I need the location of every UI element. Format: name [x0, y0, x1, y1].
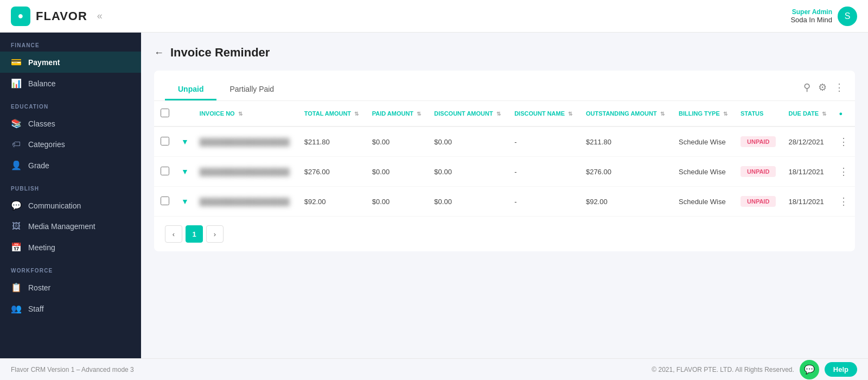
- table-body: ▼██████████████████$211.80$0.00$0.00-$21…: [154, 126, 855, 217]
- expand-button[interactable]: ▼: [181, 167, 189, 176]
- discount-name-cell: -: [509, 126, 580, 157]
- col-outstanding-amount[interactable]: OUTSTANDING AMOUNT ⇅: [580, 101, 673, 126]
- communication-icon: 💬: [11, 200, 22, 211]
- search-icon[interactable]: ⚲: [803, 81, 810, 93]
- row-checkbox-cell: [154, 187, 176, 217]
- tab-unpaid[interactable]: Unpaid: [165, 79, 216, 100]
- paid-amount-cell: $0.00: [367, 157, 429, 187]
- row-menu-button[interactable]: ⋮: [839, 136, 848, 147]
- expand-button[interactable]: ▼: [181, 197, 189, 206]
- invoice-no-cell: ██████████████████: [194, 126, 299, 157]
- sidebar-item-categories[interactable]: 🏷Categories: [0, 134, 141, 155]
- sidebar-item-label-balance: Balance: [28, 79, 56, 88]
- row-checkbox-cell: [154, 126, 176, 157]
- col-discount-name[interactable]: DISCOUNT NAME ⇅: [509, 101, 580, 126]
- logo-text: FLAVOR: [36, 9, 87, 23]
- discount-name-cell: -: [509, 187, 580, 217]
- payment-icon: 💳: [11, 57, 22, 67]
- paid-amount-cell: $0.00: [367, 187, 429, 217]
- row-checkbox[interactable]: [161, 197, 169, 205]
- tabs-actions: ⚲ ⚙ ⋮: [803, 81, 844, 99]
- sidebar-item-label-roster: Roster: [28, 283, 50, 292]
- sidebar-item-communication[interactable]: 💬Communication: [0, 195, 141, 216]
- col-invoice-no[interactable]: INVOICE NO ⇅: [194, 101, 299, 126]
- due-date-cell: 18/11/2021: [783, 187, 834, 217]
- back-button[interactable]: ←: [154, 47, 164, 59]
- status-badge: UNPAID: [741, 136, 776, 147]
- next-page-button[interactable]: ›: [206, 225, 224, 243]
- sort-icon: ⇅: [496, 111, 501, 117]
- sidebar-item-payment[interactable]: 💳Payment: [0, 52, 141, 73]
- discount-amount-cell: $0.00: [429, 157, 509, 187]
- select-all-checkbox[interactable]: [161, 109, 169, 117]
- col-billing-type[interactable]: BILLING TYPE ⇅: [673, 101, 735, 126]
- whatsapp-button[interactable]: 💬: [800, 360, 819, 379]
- sidebar-item-media-management[interactable]: 🖼Media Management: [0, 216, 141, 237]
- sidebar-item-label-meeting: Meeting: [28, 243, 55, 252]
- expand-cell: ▼: [176, 187, 194, 217]
- filter-icon[interactable]: ⚙: [818, 81, 827, 93]
- row-menu-button[interactable]: ⋮: [839, 166, 848, 177]
- table-row: ▼██████████████████$92.00$0.00$0.00-$92.…: [154, 187, 855, 217]
- help-button[interactable]: Help: [825, 362, 857, 377]
- roster-icon: 📋: [11, 282, 22, 293]
- sidebar-item-label-classes: Classes: [28, 119, 55, 128]
- page-1-button[interactable]: 1: [186, 225, 203, 243]
- more-options-icon[interactable]: ⋮: [834, 81, 844, 93]
- collapse-sidebar-button[interactable]: «: [97, 10, 103, 22]
- main-layout: FINANCE💳Payment📊BalanceEDUCATION📚Classes…: [0, 33, 868, 358]
- status-badge: UNPAID: [741, 166, 776, 177]
- invoice-card: UnpaidPartially Paid ⚲ ⚙ ⋮: [154, 71, 855, 251]
- sidebar-section-workforce: WORKFORCE: [0, 258, 141, 277]
- meeting-icon: 📅: [11, 242, 22, 252]
- avatar[interactable]: S: [838, 7, 857, 26]
- sort-icon: ⇅: [660, 111, 665, 117]
- version-text: Flavor CRM Version 1 – Advanced mode 3: [11, 366, 134, 373]
- sidebar-item-balance[interactable]: 📊Balance: [0, 73, 141, 94]
- sidebar-item-meeting[interactable]: 📅Meeting: [0, 237, 141, 258]
- table-row: ▼██████████████████$211.80$0.00$0.00-$21…: [154, 126, 855, 157]
- row-checkbox[interactable]: [161, 167, 169, 175]
- billing-type-cell: Schedule Wise: [673, 126, 735, 157]
- col-discount-amount[interactable]: DISCOUNT AMOUNT ⇅: [429, 101, 509, 126]
- outstanding-amount-cell: $211.80: [580, 126, 673, 157]
- row-menu-button[interactable]: ⋮: [839, 196, 848, 207]
- row-checkbox[interactable]: [161, 137, 169, 145]
- sort-icon: ⇅: [723, 111, 727, 117]
- prev-page-button[interactable]: ‹: [165, 225, 182, 243]
- expand-cell: ▼: [176, 157, 194, 187]
- discount-amount-cell: $0.00: [429, 126, 509, 157]
- tab-partially-paid[interactable]: Partially Paid: [216, 79, 287, 100]
- sidebar-section-finance: FINANCE: [0, 33, 141, 52]
- copyright-text: © 2021, FLAVOR PTE. LTD. All Rights Rese…: [652, 366, 794, 373]
- due-date-cell: 18/11/2021: [783, 157, 834, 187]
- grade-icon: 👤: [11, 160, 22, 170]
- sidebar-item-grade[interactable]: 👤Grade: [0, 155, 141, 176]
- outstanding-amount-cell: $92.00: [580, 187, 673, 217]
- outstanding-amount-cell: $276.00: [580, 157, 673, 187]
- sidebar-section-education: EDUCATION: [0, 94, 141, 113]
- sidebar-item-staff[interactable]: 👥Staff: [0, 298, 141, 319]
- col-due-date[interactable]: DUE DATE ⇅: [783, 101, 834, 126]
- categories-icon: 🏷: [11, 140, 22, 149]
- status-cell: UNPAID: [735, 126, 783, 157]
- sort-icon: ⇅: [822, 111, 826, 117]
- col-status: STATUS: [735, 101, 783, 126]
- billing-type-cell: Schedule Wise: [673, 187, 735, 217]
- status-cell: UNPAID: [735, 157, 783, 187]
- col-paid-amount[interactable]: PAID AMOUNT ⇅: [367, 101, 429, 126]
- sidebar-item-roster[interactable]: 📋Roster: [0, 277, 141, 298]
- page-title: Invoice Reminder: [170, 46, 270, 60]
- col-total-amount[interactable]: TOTAL AMOUNT ⇅: [299, 101, 367, 126]
- media-management-icon: 🖼: [11, 221, 22, 231]
- sidebar-item-classes[interactable]: 📚Classes: [0, 113, 141, 134]
- main-content: ← Invoice Reminder UnpaidPartially Paid …: [141, 33, 868, 358]
- table-header: INVOICE NO ⇅TOTAL AMOUNT ⇅PAID AMOUNT ⇅D…: [154, 101, 855, 126]
- sort-icon: ⇅: [417, 111, 421, 117]
- balance-icon: 📊: [11, 78, 22, 88]
- total-amount-cell: $211.80: [299, 126, 367, 157]
- table-row: ▼██████████████████$276.00$0.00$0.00-$27…: [154, 157, 855, 187]
- total-amount-cell: $276.00: [299, 157, 367, 187]
- logo-area: ● FLAVOR «: [11, 7, 103, 26]
- expand-button[interactable]: ▼: [181, 137, 189, 146]
